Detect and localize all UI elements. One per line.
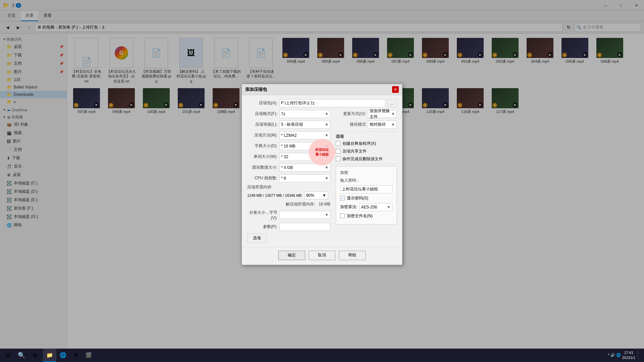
- show-desktop-button[interactable]: [638, 351, 640, 359]
- params-label: 参数(P):: [247, 224, 277, 230]
- mem-compress-label: 压缩所需内存:: [247, 184, 330, 190]
- dict-label: 字典大小(D):: [247, 143, 277, 149]
- path-label: 路径模式: [336, 122, 366, 127]
- mem-compress-row: 1248 MB / 13077 MB / 16346 MB 80% ▼: [247, 191, 330, 199]
- help-button[interactable]: 帮助: [339, 251, 366, 260]
- cb-sfx[interactable]: [336, 141, 340, 146]
- taskbar: ⊞ 🔍 ⧉ 📁 🌐 🖥 🎬 ^ 🔊 🌐 17:41 2023/1/1: [0, 349, 644, 362]
- word-select[interactable]: * 32 ▼: [279, 153, 330, 161]
- cb-delete-row[interactable]: 操作完成后删除源文件: [336, 156, 397, 162]
- cb-encrypt-filename-row[interactable]: 加密文件名(N): [340, 213, 392, 219]
- cb-show-password[interactable]: [340, 196, 345, 200]
- encrypt-method-label: 加密算法:: [340, 204, 357, 210]
- encryption-section: 加密 输入密码： 显示密码(S) 加密算法: AES-256: [336, 166, 397, 225]
- start-button[interactable]: ⊞: [1, 349, 15, 362]
- taskbar-media[interactable]: 🎬: [82, 349, 95, 362]
- tray-icons: ^ 🔊 🌐: [608, 353, 621, 357]
- encryption-label: 加密: [340, 170, 392, 176]
- tray-clock: 17:41 2023/1/1: [622, 350, 635, 360]
- word-label: 单词大小(W):: [247, 154, 277, 160]
- level-label: 压缩等级(L):: [247, 122, 277, 127]
- encrypt-method-row: 加密算法: AES-256 ▼: [340, 203, 392, 211]
- mem-bar-select[interactable]: 80% ▼: [305, 191, 328, 199]
- method-label: 压缩方法(M):: [247, 132, 277, 138]
- modal-title: 添加压缩包: [245, 86, 267, 93]
- solid-select[interactable]: * 4 GB ▼: [279, 164, 330, 172]
- task-view-button[interactable]: ⧉: [28, 349, 42, 362]
- level-select[interactable]: 5 - 标准压缩 ▼: [279, 121, 330, 129]
- cb-shared[interactable]: [336, 149, 340, 154]
- cancel-button[interactable]: 取消: [309, 251, 335, 260]
- update-label: 更新方式(U):: [336, 111, 366, 117]
- archive-path-label: 压缩包(A):: [247, 100, 277, 106]
- dict-select[interactable]: * 16 MB ▼: [279, 142, 330, 150]
- search-taskbar-button[interactable]: 🔍: [15, 349, 28, 362]
- password-input[interactable]: [340, 185, 392, 193]
- cb-delete[interactable]: [336, 157, 340, 161]
- taskbar-tray: ^ 🔊 🌐 17:41 2023/1/1: [605, 350, 643, 360]
- password-field-label: 输入密码：: [340, 178, 392, 183]
- browse-button[interactable]: …: [387, 99, 397, 107]
- taskbar-chrome[interactable]: 🌐: [56, 349, 70, 362]
- solid-label: 固实数据大小:: [247, 165, 277, 170]
- options-section-label: 选项: [336, 134, 397, 139]
- format-select[interactable]: 7z ▼: [279, 110, 330, 118]
- params-input[interactable]: [279, 223, 330, 231]
- update-select[interactable]: 添加并替换文件 ▼: [368, 110, 397, 118]
- cb-encrypt-filename[interactable]: [340, 214, 345, 218]
- modal-footer: 确定 取消 帮助: [242, 247, 402, 265]
- taskbar-explorer[interactable]: 📁: [43, 349, 56, 362]
- decomp-size-row: 解压缩所需内存: 18 MB: [247, 201, 330, 207]
- cpu-select[interactable]: * 8 ▼: [279, 174, 330, 182]
- cb-sfx-row[interactable]: 创建自释放程序(X): [336, 141, 397, 146]
- modal-overlay: 添加压缩包 ✕ 压缩包(A): F:\上传打包\3\ 3.7z …: [0, 0, 644, 349]
- volume-select[interactable]: ▼: [279, 211, 330, 219]
- volume-label: 分卷大小，字节(V):: [247, 210, 277, 220]
- add-archive-dialog: 添加压缩包 ✕ 压缩包(A): F:\上传打包\3\ 3.7z …: [241, 84, 402, 265]
- taskbar-cmd[interactable]: 🖥: [70, 349, 82, 362]
- encrypt-method-select[interactable]: AES-256 ▼: [359, 203, 392, 211]
- method-select[interactable]: * LZMA2 ▼: [279, 131, 330, 139]
- archive-path-row: 压缩包(A): F:\上传打包\3\ 3.7z …: [247, 99, 397, 107]
- modal-title-bar: 添加压缩包 ✕: [242, 84, 402, 95]
- cpu-label: CPU 线程数:: [247, 175, 277, 181]
- show-password-row[interactable]: 显示密码(S): [340, 195, 392, 201]
- ok-button[interactable]: 确定: [278, 251, 305, 260]
- modal-close-button[interactable]: ✕: [392, 86, 399, 93]
- path-select[interactable]: 相对路径 ▼: [368, 121, 397, 129]
- archive-path-input[interactable]: F:\上传打包\3\ 3.7z: [279, 99, 385, 107]
- options-button[interactable]: 选项: [247, 234, 267, 243]
- format-label: 压缩格式(F):: [247, 111, 277, 117]
- cb-shared-row[interactable]: 压缩共享文件: [336, 148, 397, 154]
